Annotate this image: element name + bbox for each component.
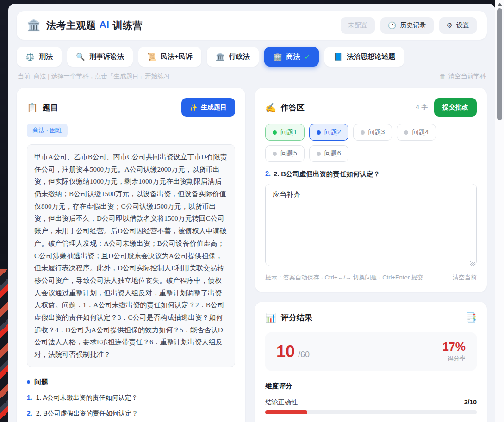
scales-icon: ⚖️ [25,52,35,61]
trash-icon: 🗑 [440,73,446,80]
scroll-icon: 📜 [147,52,156,61]
score-value: 10 [276,342,295,361]
questions-list: 1. 1. A公司未缴出资的责任如何认定？ 2. 2. B公司虚假出资的责任如何… [27,394,235,422]
tab-criminal-law[interactable]: ⚖️ 刑法 [17,47,62,67]
tab-rule-of-law-essay[interactable]: 📘 法治思想论述题 [324,47,404,67]
bank-building-icon: 🏛️ [27,19,41,32]
status-dot-icon [273,130,277,135]
scrollbar-up-arrow[interactable] [498,3,502,6]
dimensions-heading: 维度评分 [265,382,477,391]
question-list-item: 2. 2. B公司虚假出资的责任如何认定？ [27,410,235,418]
answer-input-wrap: 应当补齐 [265,184,477,268]
pill-question-3[interactable]: 问题3 [353,124,392,141]
score-rate-label: 得分率 [442,354,466,363]
app-title: 法考主观题 AI 训练营 [46,19,143,32]
questions-heading-label: 问题 [34,378,48,386]
pill-question-5[interactable]: 问题5 [265,145,305,162]
building-icon: 🏛️ [216,52,225,61]
header-actions: 未配置 🕐 历史记录 ⚙ 设置 [341,17,477,34]
subject-difficulty-tag: 商法 · 困难 [27,124,68,137]
tab-label: 法治思想论述题 [347,52,395,61]
question-panel: 📋 题目 ✨ 生成题目 商法 · 困难 甲市A公司、乙市B公司、丙市C公司共同出… [17,88,245,422]
submit-grading-button[interactable]: 提交批改 [434,98,477,117]
question-title-label: 题目 [43,102,58,113]
tab-criminal-procedure[interactable]: 🔍 刑事诉讼法 [67,47,133,67]
answer-textarea[interactable]: 应当补齐 [265,184,477,266]
question-number: 2. [27,410,32,418]
dimension-label: 结论正确性 [265,398,298,407]
answer-panel-header: ✍️ 作答区 4 字 提交批改 [265,98,477,117]
right-column: ✍️ 作答区 4 字 提交批改 问题1 问题2 [255,88,487,422]
check-icon: ✓ [305,53,311,61]
pill-question-1[interactable]: 问题1 [265,124,305,141]
pill-label: 问题2 [324,128,341,137]
generate-question-button[interactable]: ✨ 生成题目 [181,98,235,117]
subject-tabs: ⚖️ 刑法 🔍 刑事诉讼法 📜 民法+民诉 🏛️ 行政法 🏢 商法 ✓ 📘 法治… [17,47,487,67]
score-total: /60 [298,350,310,360]
tab-administrative-law[interactable]: 🏛️ 行政法 [207,47,259,67]
pill-label: 问题5 [280,149,297,158]
tab-label: 民法+民诉 [161,52,193,61]
app-window: 🏛️ 法考主观题 AI 训练营 未配置 🕐 历史记录 ⚙ 设置 ⚖️ 刑法 [8,4,495,422]
dimension-bar-fill [265,410,307,414]
brand: 🏛️ 法考主观题 AI 训练营 [27,19,143,32]
app-header: 🏛️ 法考主观题 AI 训练营 未配置 🕐 历史记录 ⚙ 设置 [17,11,487,40]
clipboard-icon: 📋 [27,102,38,113]
current-subject-status: 当前: 商法 | 选择一个学科，点击「生成题目」开始练习 [18,72,170,81]
tab-label: 商法 [286,52,300,61]
clear-current-button[interactable]: 清空当前 [453,273,477,282]
answer-panel-title: ✍️ 作答区 [265,102,305,113]
sparkles-icon: ✨ [190,104,198,111]
question-text: 1. A公司未缴出资的责任如何认定？ [36,394,138,402]
pill-question-4[interactable]: 问题4 [397,124,436,141]
score-panel-header: 📊 评分结果 📑 [265,312,477,323]
question-number: 1. [27,394,32,402]
scrollbar-thumb[interactable] [497,8,502,120]
bookmark-tabs-icon[interactable]: 📑 [465,312,477,323]
pill-label: 问题1 [280,128,297,137]
answer-panel: ✍️ 作答区 4 字 提交批改 问题1 问题2 [255,88,487,292]
clock-icon: 🕐 [388,21,397,30]
dimension-bar-track [265,410,477,414]
main-columns: 📋 题目 ✨ 生成题目 商法 · 困难 甲市A公司、乙市B公司、丙市C公司共同出… [17,88,487,422]
app-title-part2: 训练营 [112,19,143,32]
question-pills: 问题1 问题2 问题3 问题4 [265,124,477,162]
pill-question-6[interactable]: 问题6 [309,145,348,162]
config-status-badge: 未配置 [341,17,375,34]
current-question-text: 2. B公司虚假出资的责任如何认定？ [274,170,380,179]
question-panel-header: 📋 题目 ✨ 生成题目 [27,98,235,117]
writing-hand-icon: ✍️ [265,102,276,113]
score-main: 10 /60 [276,342,310,361]
clear-subject-label: 清空当前学科 [448,72,486,81]
bullet-dot-icon [27,380,30,384]
settings-label: 设置 [456,21,469,30]
shortcut-hint: 提示：答案自动保存 · Ctrl+←/→ 切换问题 · Ctrl+Enter 提… [265,273,423,282]
dimension-top: 结论正确性 2/10 [265,398,477,407]
score-title-label: 评分结果 [281,312,312,323]
current-question: 2. 2. B公司虚假出资的责任如何认定？ [265,170,477,179]
dimension-row: 结论正确性 2/10 [265,398,477,414]
pill-label: 问题4 [412,128,429,137]
tab-civil-law[interactable]: 📜 民法+民诉 [138,47,201,67]
status-dot-icon [273,152,277,156]
tab-label: 行政法 [229,52,250,61]
status-dot-icon [361,130,365,135]
question-body-text: 甲市A公司、乙市B公司、丙市C公司共同出资设立丁市D有限责任公司，注册资本500… [27,144,235,367]
pill-question-2[interactable]: 问题2 [309,124,348,141]
score-panel: 📊 评分结果 📑 10 /60 17% 得分率 维度评分 [255,302,487,422]
questions-heading: 问题 [27,378,235,386]
generate-question-label: 生成题目 [201,103,227,112]
dimension-score: 2/10 [464,398,477,407]
char-count: 4 字 [416,103,428,112]
clear-subject-button[interactable]: 🗑 清空当前学科 [440,72,486,81]
tab-commercial-law[interactable]: 🏢 商法 ✓ [264,47,319,67]
history-button[interactable]: 🕐 历史记录 [380,17,434,34]
app-title-part1: 法考主观题 [46,19,96,32]
settings-button[interactable]: ⚙ 设置 [439,17,477,34]
app-title-accent: AI [99,19,109,32]
magnifier-icon: 🔍 [76,52,85,61]
book-icon: 📘 [333,52,342,61]
page-scrollbar[interactable] [495,0,504,422]
answer-header-right: 4 字 提交批改 [416,98,477,117]
score-panel-title: 📊 评分结果 [265,312,312,323]
